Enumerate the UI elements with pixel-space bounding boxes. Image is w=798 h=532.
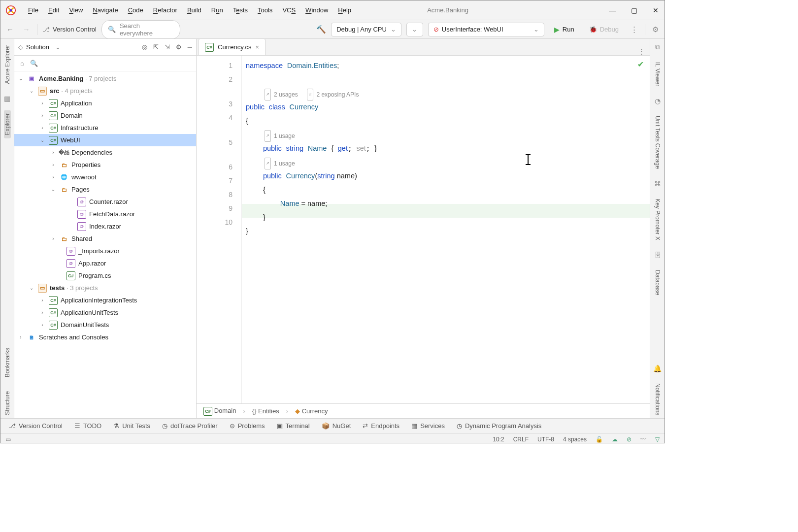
tree-page-counter[interactable]: .@Counter.razor — [14, 196, 196, 208]
tree-proj-webui[interactable]: ⌄C#WebUI — [14, 134, 196, 146]
window-minimize-icon[interactable]: ― — [608, 6, 616, 14]
menu-build[interactable]: Build — [182, 4, 206, 16]
tree-wwwroot[interactable]: ›🌐wwwroot — [14, 171, 196, 183]
tree-imports-razor[interactable]: .@_Imports.razor — [14, 245, 196, 257]
rail-azure-explorer[interactable]: Azure Explorer — [4, 42, 11, 87]
tree-proj-domain[interactable]: ›C#Domain — [14, 109, 196, 122]
status-tool-windows-icon[interactable]: ▭ — [5, 436, 11, 443]
tree-src-folder[interactable]: ⌄▭ src · 4 projects — [14, 85, 196, 97]
code-lens-usages[interactable]: ↗2 usages ☆2 exposing APIs — [246, 89, 359, 100]
search-everywhere-box[interactable]: 🔍 Search everywhere — [101, 20, 180, 39]
rail-structure[interactable]: Structure — [4, 388, 11, 418]
search-icon[interactable]: 🔍 — [30, 60, 38, 67]
status-encoding[interactable]: UTF-8 — [537, 436, 554, 443]
explorer-rail-icon[interactable]: ▥ — [4, 95, 10, 102]
menu-tools[interactable]: Tools — [253, 4, 277, 16]
expand-all-icon[interactable]: ⇱ — [153, 43, 159, 51]
menu-edit[interactable]: Edit — [43, 4, 64, 16]
menu-tests[interactable]: Tests — [228, 4, 253, 16]
tree-shared-folder[interactable]: ›🗀Shared — [14, 233, 196, 245]
breadcrumb-item[interactable]: ◆ Currency — [295, 407, 328, 415]
rail-database[interactable]: Database — [654, 267, 661, 298]
menu-file[interactable]: File — [23, 4, 43, 16]
menu-view[interactable]: View — [64, 4, 88, 16]
nav-back-icon[interactable]: ← — [4, 25, 16, 33]
rail-notifications[interactable]: Notifications — [654, 380, 661, 418]
window-close-icon[interactable]: ✕ — [652, 6, 660, 14]
build-icon[interactable]: 🔨 — [316, 25, 326, 34]
collapse-all-icon[interactable]: ⇲ — [165, 43, 170, 51]
run-config-select[interactable]: ⊘ UserInterface: WebUI ⌄ — [428, 23, 544, 36]
tool-todo[interactable]: ☰TODO — [74, 422, 101, 430]
status-line-endings[interactable]: CRLF — [513, 436, 529, 443]
tree-pages-folder[interactable]: ⌄🗀Pages — [14, 183, 196, 196]
tree-testproj-2[interactable]: ›C#DomainUnitTests — [14, 319, 196, 331]
tool-vcs[interactable]: ⎇Version Control — [8, 422, 63, 430]
rail-bookmarks[interactable]: Bookmarks — [4, 345, 11, 380]
tab-currency-cs[interactable]: C# Currency.cs × — [199, 38, 266, 55]
tree-solution-root[interactable]: ⌄▣ Acme.Banking · 7 projects — [14, 72, 196, 85]
status-caret-pos[interactable]: 10:2 — [493, 436, 504, 443]
breadcrumb-item[interactable]: C# Domain — [203, 407, 236, 416]
tree-page-fetchdata[interactable]: .@FetchData.razor — [14, 208, 196, 220]
tree-dependencies[interactable]: ›�品Dependencies — [14, 146, 196, 159]
tree-proj-application[interactable]: ›C#Application — [14, 97, 196, 109]
menu-refactor[interactable]: Refactor — [148, 4, 182, 16]
tree-proj-infrastructure[interactable]: ›C#Infrastructure — [14, 122, 196, 134]
status-readonly-icon[interactable]: 🔓 — [596, 436, 603, 443]
rail-il-viewer[interactable]: IL Viewer — [654, 59, 661, 89]
explorer-settings-icon[interactable]: ⚙ — [176, 43, 182, 51]
menu-navigate[interactable]: Navigate — [88, 4, 123, 16]
status-cloud-icon[interactable]: ☁ — [612, 436, 618, 443]
breadcrumb-item[interactable]: {} Entities — [252, 407, 279, 415]
status-ai-icon[interactable]: 〰 — [640, 436, 646, 443]
coverage-icon[interactable]: ◔ — [655, 97, 661, 105]
tool-problems[interactable]: ⊝Problems — [230, 422, 265, 430]
tool-unit-tests[interactable]: ⚗Unit Tests — [113, 422, 150, 430]
locate-icon[interactable]: ◎ — [142, 43, 147, 51]
run-history-button[interactable]: ⌄ — [406, 23, 423, 36]
status-shield-icon[interactable]: ▽ — [655, 436, 660, 443]
build-config-select[interactable]: Debug | Any CPU ⌄ — [331, 23, 401, 36]
notifications-icon[interactable]: 🔔 — [653, 365, 662, 372]
more-icon[interactable]: ⋮ — [629, 25, 640, 34]
tree-program-cs[interactable]: .C#Program.cs — [14, 269, 196, 282]
hide-panel-icon[interactable]: ─ — [188, 43, 192, 51]
home-icon[interactable]: ⌂ — [20, 60, 24, 67]
solution-tree[interactable]: ⌄▣ Acme.Banking · 7 projects ⌄▭ src · 4 … — [14, 71, 196, 418]
tree-scratches[interactable]: ›🗎Scratches and Consoles — [14, 331, 196, 343]
code-lens-usages[interactable]: ↗1 usage — [246, 131, 295, 141]
rail-key-promoter[interactable]: Key Promoter X — [654, 196, 661, 243]
window-maximize-icon[interactable]: ▢ — [630, 6, 638, 14]
tree-testproj-1[interactable]: ›C#ApplicationUnitTests — [14, 306, 196, 319]
tree-properties[interactable]: ›🗀Properties — [14, 159, 196, 171]
vcs-button[interactable]: ⎇ Version Control — [42, 26, 97, 33]
debug-button[interactable]: 🐞 Debug — [584, 24, 624, 35]
rail-coverage[interactable]: Unit Tests Coverage — [654, 113, 661, 172]
code-lens-usages[interactable]: ↗1 usage — [246, 158, 295, 169]
menu-code[interactable]: Code — [123, 4, 148, 16]
tree-app-razor[interactable]: .@App.razor — [14, 257, 196, 269]
tool-dottrace[interactable]: ◷dotTrace Profiler — [162, 422, 218, 430]
tree-page-index[interactable]: .@Index.razor — [14, 220, 196, 233]
il-viewer-icon[interactable]: ⧉ — [655, 43, 660, 51]
tree-tests-folder[interactable]: ⌄▭ tests · 3 projects — [14, 282, 196, 294]
tool-services[interactable]: ▦Services — [411, 422, 445, 430]
explorer-title[interactable]: ◇ Solution ⌄ — [18, 43, 61, 51]
run-button[interactable]: ▶ Run — [549, 24, 579, 35]
settings-gear-icon[interactable]: ⚙ — [650, 25, 661, 34]
database-icon[interactable]: 🗄 — [654, 251, 661, 259]
tool-terminal[interactable]: ▣Terminal — [277, 422, 310, 430]
status-check-icon[interactable]: ⊘ — [627, 436, 632, 443]
code-editor[interactable]: ✔ 1 2 3 4 5 6 7 8 9 10 namespace Domain.… — [197, 56, 650, 403]
menu-run[interactable]: Run — [206, 4, 228, 16]
tool-endpoints[interactable]: ⇄Endpoints — [363, 422, 399, 430]
tool-nuget[interactable]: 📦NuGet — [322, 422, 351, 430]
tree-testproj-0[interactable]: ›C#ApplicationIntegrationTests — [14, 294, 196, 306]
status-indent[interactable]: 4 spaces — [563, 436, 587, 443]
tab-overflow-icon[interactable]: ⋮ — [638, 48, 645, 55]
nav-forward-icon[interactable]: → — [21, 25, 32, 33]
key-promoter-icon[interactable]: ⌘ — [654, 180, 661, 188]
rail-explorer[interactable]: Explorer — [4, 110, 11, 138]
close-tab-icon[interactable]: × — [255, 43, 259, 51]
